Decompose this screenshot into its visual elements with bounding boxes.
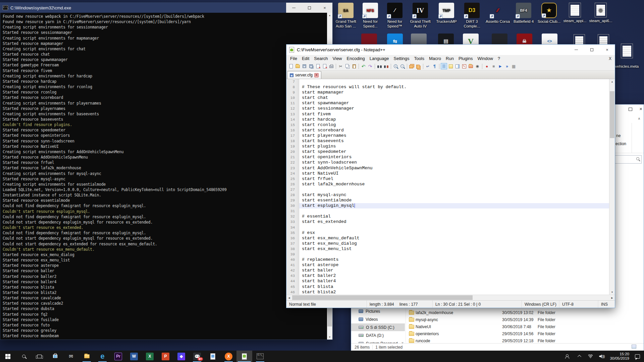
scroll-up-icon[interactable]: ▲ <box>327 13 332 18</box>
sidebar-item-o-s-di-ssd-c-[interactable]: O S di SSD (C:) <box>351 323 405 331</box>
desktop-icon-social-club-[interactable]: ★↗Social-Club... <box>536 3 562 24</box>
ribbon-label-fragment[interactable]: ection <box>615 141 626 146</box>
desktop-icon-assetto-corsa[interactable]: ∕∕↗Assetto Corsa <box>485 3 511 24</box>
sync-vertical-icon[interactable] <box>409 63 415 69</box>
menu-language[interactable]: Language <box>367 56 391 61</box>
discord-taskbar-button[interactable]: 9+ <box>189 351 205 362</box>
maximize-button[interactable] <box>302 3 317 13</box>
file-explorer-taskbar-button[interactable] <box>79 351 95 362</box>
show-all-chars-icon[interactable]: ¶ <box>431 63 438 69</box>
task-view-taskbar-button[interactable] <box>32 351 47 362</box>
close-button[interactable]: × <box>317 3 332 13</box>
macro-play-icon[interactable]: ▶ <box>497 63 503 69</box>
people-icon[interactable] <box>564 354 571 358</box>
volume-icon[interactable]: ))) <box>598 355 605 358</box>
desktop-icon-steam-appi-[interactable]: steam_appi... <box>562 3 588 23</box>
scroll-down-icon[interactable]: ▼ <box>327 335 332 340</box>
file-row[interactable]: NativeUI30/06/2018 7:48File folder <box>407 323 642 330</box>
word-taskbar-button[interactable]: W <box>126 351 142 362</box>
file-row[interactable]: openinteriors29/05/2019 14:56File folder <box>407 330 642 337</box>
edge-taskbar-button[interactable]: e <box>95 351 110 362</box>
find-icon[interactable] <box>376 63 383 69</box>
save-all-icon[interactable] <box>308 63 314 69</box>
search-taskbar-button[interactable] <box>16 351 32 362</box>
replace-icon[interactable] <box>383 63 389 69</box>
save-icon[interactable] <box>301 63 308 69</box>
file-row[interactable]: mysql-async30/05/2019 14:39File folder <box>407 316 642 323</box>
store-taskbar-button[interactable] <box>47 351 63 362</box>
menu-view[interactable]: View <box>330 56 344 61</box>
macro-record-icon[interactable]: ● <box>484 63 490 69</box>
chevron-up-icon[interactable]: ∧ <box>638 117 640 120</box>
minimize-button[interactable] <box>569 45 584 55</box>
zoom-in-icon[interactable]: + <box>392 63 399 69</box>
scroll-left-icon[interactable]: ◀ <box>286 295 292 300</box>
scroll-right-icon[interactable]: ▶ <box>609 295 615 300</box>
menu-window[interactable]: Window <box>475 56 495 61</box>
close-button[interactable]: × <box>599 45 615 55</box>
notes-taskbar-button[interactable] <box>205 351 221 362</box>
desktop-icon-grand-theft[interactable]: IV↗Grand Theft Auto IV <box>407 3 433 28</box>
file-row[interactable]: lafa2k_modernhouse30/05/2019 13:02File f… <box>407 309 642 316</box>
menu-encoding[interactable]: Encoding <box>344 56 367 61</box>
sidebar-item-data-d-[interactable]: DATA (D:) <box>351 331 405 339</box>
menu-macro[interactable]: Macro <box>427 56 443 61</box>
desktop-icon-truckersmp[interactable]: TMP↗TruckersMP <box>433 3 460 24</box>
desktop-icon-need-for[interactable]: NFS↗Need for Speed... <box>357 3 383 28</box>
maximize-button[interactable] <box>629 108 632 111</box>
close-all-icon[interactable]: × <box>321 63 328 69</box>
folder-workspace-icon[interactable] <box>468 63 474 69</box>
taskbar-clock[interactable]: 15:20 30/05/2019 <box>610 352 629 361</box>
new-file-icon[interactable] <box>288 63 294 69</box>
sketchable-taskbar-button[interactable]: ◆ <box>173 351 189 362</box>
redo-icon[interactable]: ↷ <box>367 63 373 69</box>
sidebar-item-pictures[interactable]: Pictures <box>351 307 405 315</box>
menu-help[interactable]: ? <box>495 56 502 61</box>
scroll-down-icon[interactable]: ▼ <box>609 290 615 295</box>
editor-vertical-scrollbar[interactable]: ▲ ▼ <box>609 79 615 295</box>
sidebar-item-videos[interactable]: Videos <box>351 315 405 323</box>
menu-settings[interactable]: Settings <box>391 56 412 61</box>
desktop-icon-vehicles-meta[interactable]: vehicles.meta <box>614 39 640 73</box>
npp-editor[interactable]: 78# These resources will start by defaul… <box>286 79 615 295</box>
print-icon[interactable] <box>328 63 334 69</box>
xampp-taskbar-button[interactable]: X <box>221 351 236 362</box>
scroll-thumb[interactable] <box>292 295 473 300</box>
document-switcher-icon[interactable]: ✎ <box>461 63 467 69</box>
monitoring-icon[interactable]: ◉ <box>474 63 481 69</box>
view-toggle-icon[interactable] <box>632 345 636 349</box>
scroll-up-icon[interactable]: ▲ <box>609 79 615 84</box>
undo-icon[interactable]: ↶ <box>360 63 367 69</box>
chevron-up-icon[interactable] <box>576 355 582 358</box>
npp-title-bar[interactable]: C:\FiveMserver\server\server.cfg - Notep… <box>286 45 615 55</box>
excel-taskbar-button[interactable]: X <box>142 351 158 362</box>
cmd-output[interactable]: Found new resource webpack in C:/FiveMse… <box>0 13 327 340</box>
sync-horizontal-icon[interactable] <box>415 63 422 69</box>
macro-stop-icon[interactable]: ■ <box>490 63 497 69</box>
minimize-button[interactable] <box>286 3 302 13</box>
tab-server-cfg[interactable]: server.cfg ✕ <box>287 71 321 79</box>
word-wrap-icon[interactable]: ↵ <box>425 63 431 69</box>
maximize-button[interactable] <box>584 45 599 55</box>
indent-guide-icon[interactable] <box>441 63 447 69</box>
ribbon-label-fragment[interactable]: ne <box>616 133 621 138</box>
copy-icon[interactable] <box>344 63 351 69</box>
notepad-plus-plus-taskbar-button[interactable] <box>236 351 252 362</box>
action-center-icon[interactable] <box>634 354 641 359</box>
zoom-out-icon[interactable]: − <box>399 63 406 69</box>
cut-icon[interactable]: ✂ <box>337 63 344 69</box>
scroll-thumb[interactable] <box>610 91 614 138</box>
mail-taskbar-button[interactable]: ✉ <box>63 351 79 362</box>
menu-plugins[interactable]: Plugins <box>456 56 475 61</box>
macro-run-multiple-icon[interactable]: » <box>504 63 510 69</box>
macro-save-icon[interactable]: ▦ <box>511 63 517 69</box>
menu-edit[interactable]: Edit <box>300 56 312 61</box>
menu-tools[interactable]: Tools <box>412 56 427 61</box>
desktop-icon-battlefield-4[interactable]: BF4↗Battlefield 4 <box>511 3 537 24</box>
menu-file[interactable]: File <box>288 56 300 61</box>
function-list-icon[interactable] <box>447 63 454 69</box>
premiere-taskbar-button[interactable]: Pr <box>110 351 126 362</box>
menu-run[interactable]: Run <box>443 56 456 61</box>
open-icon[interactable] <box>294 63 301 69</box>
cmd-taskbar-button[interactable]: C:\_ <box>252 351 268 362</box>
